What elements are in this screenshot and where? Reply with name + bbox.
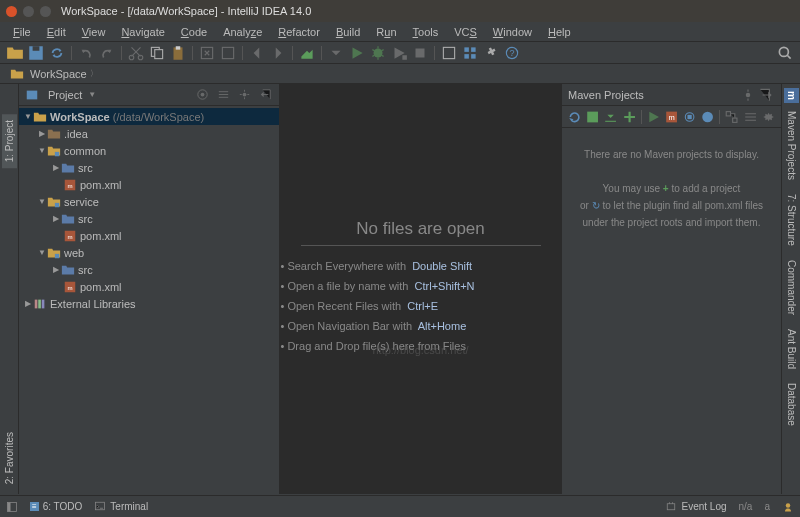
database-tool-tab[interactable]: Database (784, 377, 799, 432)
hide-panel-button[interactable] (757, 86, 775, 104)
menu-navigate[interactable]: Navigate (114, 25, 171, 39)
expand-arrow-icon[interactable]: ▼ (23, 112, 33, 121)
left-tool-strip: 1: Project 2: Favorites (0, 84, 19, 494)
collapse-all-button[interactable] (742, 108, 759, 126)
tree-node-common-pom[interactable]: m pom.xml (19, 176, 279, 193)
expand-arrow-icon[interactable]: ▼ (37, 146, 47, 155)
expand-arrow-icon[interactable]: ▶ (23, 299, 33, 308)
hide-panel-button[interactable] (258, 87, 273, 102)
menu-view[interactable]: View (75, 25, 113, 39)
show-dependencies-button[interactable] (723, 108, 740, 126)
svg-point-49 (786, 503, 791, 508)
maven-settings-button[interactable] (760, 108, 777, 126)
event-log-button[interactable]: Event Log (665, 500, 726, 514)
hector-icon[interactable] (782, 501, 794, 513)
expand-arrow-icon[interactable]: ▼ (37, 248, 47, 257)
chevron-down-icon[interactable]: ▼ (88, 90, 96, 99)
tree-node-common-src[interactable]: ▶ src (19, 159, 279, 176)
menu-code[interactable]: Code (174, 25, 214, 39)
back-button[interactable] (248, 44, 266, 62)
vcs-update-button[interactable] (440, 44, 458, 62)
help-button[interactable]: ? (503, 44, 521, 62)
structure-tool-tab[interactable]: 7: Structure (784, 188, 799, 252)
make-project-button[interactable] (298, 44, 316, 62)
cut-button[interactable] (127, 44, 145, 62)
tree-node-service-pom[interactable]: m pom.xml (19, 227, 279, 244)
menu-help[interactable]: Help (541, 25, 578, 39)
forward-button[interactable] (269, 44, 287, 62)
tool-windows-quick-access[interactable] (6, 501, 18, 513)
paste-button[interactable] (169, 44, 187, 62)
save-all-button[interactable] (27, 44, 45, 62)
debug-button[interactable] (369, 44, 387, 62)
panel-settings-button[interactable] (237, 87, 252, 102)
run-config-selector[interactable] (327, 44, 345, 62)
run-coverage-button[interactable] (390, 44, 408, 62)
editor-empty-state[interactable]: No files are open • Search Everywhere wi… (280, 84, 561, 494)
panel-settings-button[interactable] (739, 86, 757, 104)
tree-node-common[interactable]: ▼ common (19, 142, 279, 159)
search-everywhere-button[interactable] (776, 44, 794, 62)
menu-run[interactable]: Run (369, 25, 403, 39)
menu-window[interactable]: Window (486, 25, 539, 39)
run-button[interactable] (348, 44, 366, 62)
find-button[interactable] (198, 44, 216, 62)
tree-node-web-pom[interactable]: m pom.xml (19, 278, 279, 295)
toggle-skip-tests-button[interactable] (699, 108, 716, 126)
toggle-offline-button[interactable] (681, 108, 698, 126)
menu-edit[interactable]: Edit (40, 25, 73, 39)
expand-arrow-icon[interactable]: ▶ (51, 214, 61, 223)
breadcrumb-root[interactable]: WorkSpace 〉 (6, 67, 102, 81)
replace-button[interactable] (219, 44, 237, 62)
maven-tool-tab-label[interactable]: Maven Projects (784, 105, 799, 186)
expand-arrow-icon[interactable]: ▼ (37, 197, 47, 206)
tree-node-idea[interactable]: ▶ .idea (19, 125, 279, 142)
menu-build[interactable]: Build (329, 25, 367, 39)
tree-node-external-libs[interactable]: ▶ External Libraries (19, 295, 279, 312)
menu-file[interactable]: File (6, 25, 38, 39)
copy-button[interactable] (148, 44, 166, 62)
scroll-from-source-button[interactable] (195, 87, 210, 102)
open-file-button[interactable] (6, 44, 24, 62)
project-tool-tab[interactable]: 1: Project (2, 114, 17, 168)
menu-tools[interactable]: Tools (406, 25, 446, 39)
maven-panel-header: Maven Projects (562, 84, 781, 106)
terminal-tool-tab[interactable]: Terminal (94, 500, 148, 514)
favorites-tool-tab[interactable]: 2: Favorites (2, 426, 17, 490)
reimport-button[interactable] (566, 108, 583, 126)
window-close-button[interactable] (6, 6, 17, 17)
expand-arrow-icon[interactable]: ▶ (37, 129, 47, 138)
sync-button[interactable] (48, 44, 66, 62)
tree-node-service[interactable]: ▼ service (19, 193, 279, 210)
project-tree[interactable]: ▼ WorkSpace (/data/WorkSpace) ▶ .idea ▼ … (19, 106, 279, 494)
ant-build-tool-tab[interactable]: Ant Build (784, 323, 799, 375)
tree-node-workspace[interactable]: ▼ WorkSpace (/data/WorkSpace) (19, 108, 279, 125)
stop-button[interactable] (411, 44, 429, 62)
todo-tool-tab[interactable]: ≡ 6: TODO (30, 501, 82, 512)
settings-button[interactable] (482, 44, 500, 62)
expand-arrow-icon[interactable]: ▶ (51, 265, 61, 274)
commander-tool-tab[interactable]: Commander (784, 254, 799, 321)
generate-sources-button[interactable] (584, 108, 601, 126)
tree-node-web-src[interactable]: ▶ src (19, 261, 279, 278)
project-structure-button[interactable] (461, 44, 479, 62)
undo-button[interactable] (77, 44, 95, 62)
tree-node-service-src[interactable]: ▶ src (19, 210, 279, 227)
redo-button[interactable] (98, 44, 116, 62)
execute-goal-button[interactable]: m (663, 108, 680, 126)
tree-node-web[interactable]: ▼ web (19, 244, 279, 261)
download-button[interactable] (602, 108, 619, 126)
window-minimize-button[interactable] (23, 6, 34, 17)
run-maven-build-button[interactable] (645, 108, 662, 126)
add-maven-project-button[interactable] (621, 108, 638, 126)
menu-analyze[interactable]: Analyze (216, 25, 269, 39)
maven-tool-tab[interactable]: m (784, 88, 799, 103)
window-maximize-button[interactable] (40, 6, 51, 17)
menu-refactor[interactable]: Refactor (271, 25, 327, 39)
todo-icon: ≡ (30, 502, 39, 511)
encoding-indicator[interactable]: a (764, 501, 770, 512)
navigation-bar[interactable]: WorkSpace 〉 (0, 64, 800, 84)
expand-arrow-icon[interactable]: ▶ (51, 163, 61, 172)
collapse-all-button[interactable] (216, 87, 231, 102)
menu-vcs[interactable]: VCS (447, 25, 484, 39)
